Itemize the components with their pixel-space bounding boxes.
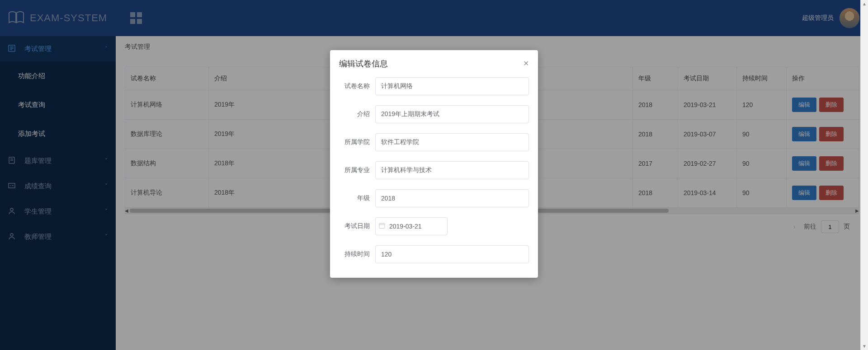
svg-rect-5 xyxy=(379,224,385,229)
close-icon[interactable]: ✕ xyxy=(523,60,529,67)
form-row-grade: 年级 xyxy=(339,189,529,207)
input-grade[interactable] xyxy=(375,189,529,207)
modal-title: 编辑试卷信息 xyxy=(339,58,388,69)
edit-exam-form: 试卷名称 介绍 所属学院 所属专业 年级 考试日期 xyxy=(330,74,538,263)
scroll-down-icon[interactable]: ▼ xyxy=(861,342,868,350)
label-college: 所属学院 xyxy=(339,138,375,146)
input-major[interactable] xyxy=(375,161,529,179)
form-row-name: 试卷名称 xyxy=(339,77,529,95)
input-date[interactable] xyxy=(375,217,448,235)
input-name[interactable] xyxy=(375,77,529,95)
label-grade: 年级 xyxy=(339,194,375,202)
modal-header: 编辑试卷信息 ✕ xyxy=(330,50,538,74)
calendar-icon xyxy=(379,223,385,230)
input-intro[interactable] xyxy=(375,105,529,123)
label-major: 所属专业 xyxy=(339,166,375,174)
label-name: 试卷名称 xyxy=(339,82,375,90)
scroll-up-icon[interactable]: ▲ xyxy=(861,0,868,8)
form-row-duration: 持续时间 xyxy=(339,245,529,263)
label-duration: 持续时间 xyxy=(339,250,375,258)
edit-exam-modal: 编辑试卷信息 ✕ 试卷名称 介绍 所属学院 所属专业 年级 考试日期 xyxy=(330,50,538,278)
input-college[interactable] xyxy=(375,133,529,151)
label-intro: 介绍 xyxy=(339,110,375,118)
form-row-major: 所属专业 xyxy=(339,161,529,179)
form-row-college: 所属学院 xyxy=(339,133,529,151)
window-vertical-scrollbar[interactable]: ▲ ▼ xyxy=(860,0,868,350)
form-row-intro: 介绍 xyxy=(339,105,529,123)
form-row-date: 考试日期 xyxy=(339,217,529,235)
label-date: 考试日期 xyxy=(339,222,375,230)
input-duration[interactable] xyxy=(375,245,529,263)
